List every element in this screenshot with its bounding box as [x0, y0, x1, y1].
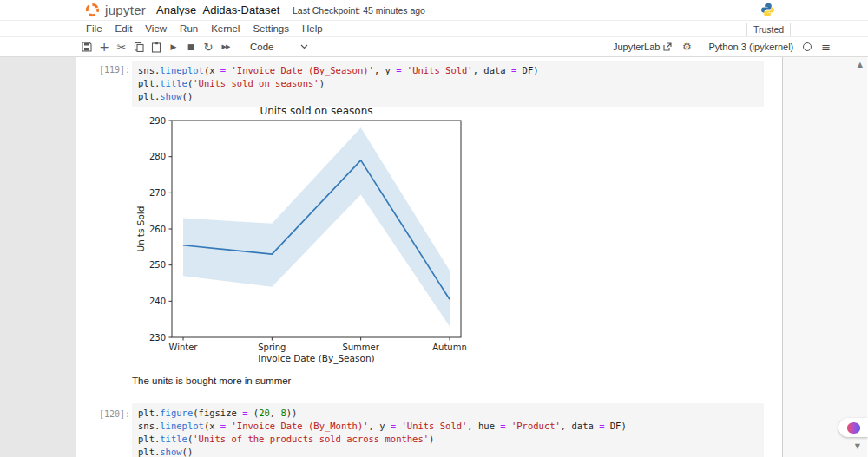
svg-text:270: 270: [149, 188, 166, 198]
menu-help[interactable]: Help: [302, 23, 323, 34]
copy-icon: [134, 42, 144, 52]
main-area: [119]: sns.lineplot(x = 'Invoice Date (B…: [0, 57, 868, 457]
svg-text:Spring: Spring: [258, 343, 286, 352]
svg-text:Autumn: Autumn: [432, 343, 467, 352]
menu-kernel[interactable]: Kernel: [211, 23, 240, 34]
run-cell-button[interactable]: ▶: [165, 39, 182, 55]
insert-cell-button[interactable]: +: [95, 39, 113, 55]
svg-text:280: 280: [149, 152, 166, 161]
svg-text:Units Sold: Units Sold: [135, 206, 146, 252]
svg-text:Summer: Summer: [342, 343, 379, 352]
svg-text:250: 250: [149, 260, 166, 270]
python-logo-icon: [760, 3, 775, 21]
jupyter-notebook-app: jupyter Analyse_Adidas-Dataset Last Chec…: [0, 0, 868, 457]
jupyterlab-link-label: JupyterLab: [613, 42, 660, 52]
jupyter-logo-icon: [84, 2, 101, 18]
cell-119-output-chart: Units sold on seasons2302402502602702802…: [135, 102, 473, 369]
stop-kernel-button[interactable]: ■: [182, 39, 200, 55]
restart-kernel-button[interactable]: ↻: [200, 39, 217, 55]
svg-text:Units sold on seasons: Units sold on seasons: [260, 105, 372, 117]
browser-extension-pill[interactable]: [838, 418, 868, 437]
menu-view[interactable]: View: [145, 23, 167, 34]
svg-text:240: 240: [149, 297, 166, 306]
copy-cell-button[interactable]: [130, 39, 148, 55]
toolbar: + ✂ ▶ ■ ↻ ▶▶ Code JupyterLab: [0, 37, 868, 57]
cut-cell-button[interactable]: ✂: [113, 39, 130, 55]
notebook-title[interactable]: Analyse_Adidas-Dataset: [156, 3, 279, 16]
svg-text:230: 230: [149, 333, 166, 343]
cell-120-prompt: [120]:: [99, 409, 130, 419]
menu-run[interactable]: Run: [180, 23, 198, 34]
svg-text:290: 290: [149, 116, 166, 126]
cell-120-editor[interactable]: plt.figure(figsize = (20, 8))sns.lineplo…: [132, 403, 764, 457]
toolbar-right-group: JupyterLab ⚙ Python 3 (ipykernel) ≡: [613, 37, 831, 56]
paste-icon: [151, 42, 161, 53]
save-button[interactable]: [78, 39, 95, 55]
jupyterlab-link[interactable]: JupyterLab: [613, 42, 672, 52]
markdown-cell[interactable]: The units is bought more in summer: [132, 375, 291, 386]
gear-icon[interactable]: ⚙: [678, 39, 695, 55]
menu-file[interactable]: File: [86, 23, 102, 34]
notebook-menu-icon[interactable]: ≡: [821, 41, 831, 54]
kernel-name-label[interactable]: Python 3 (ipykernel): [708, 42, 793, 52]
svg-text:260: 260: [149, 225, 166, 234]
external-link-icon: [663, 42, 672, 51]
jupyter-wordmark: jupyter: [105, 3, 146, 17]
cell-type-value: Code: [250, 42, 274, 52]
title-bar: jupyter Analyse_Adidas-Dataset Last Chec…: [0, 0, 868, 21]
scroll-up-icon[interactable]: ▲: [858, 61, 863, 69]
scroll-down-icon[interactable]: ▼: [855, 442, 860, 450]
kernel-status-icon[interactable]: [803, 42, 812, 51]
trusted-badge[interactable]: Trusted: [746, 23, 791, 36]
cell-119-prompt: [119]:: [99, 65, 130, 75]
menu-settings[interactable]: Settings: [253, 23, 289, 34]
run-all-button[interactable]: ▶▶: [217, 39, 234, 55]
cell-119-editor[interactable]: sns.lineplot(x = 'Invoice Date (By_Seaso…: [132, 61, 764, 107]
paste-cell-button[interactable]: [148, 39, 165, 55]
menu-edit[interactable]: Edit: [115, 23, 133, 34]
svg-text:Invoice Date (By_Season): Invoice Date (By_Season): [258, 353, 374, 364]
brain-icon: [847, 422, 860, 434]
checkpoint-status: Last Checkpoint: 45 minutes ago: [293, 5, 425, 16]
notebook-panel: [119]: sns.lineplot(x = 'Invoice Date (B…: [76, 57, 783, 457]
jupyter-logo[interactable]: jupyter: [84, 2, 146, 18]
menu-bar: File Edit View Run Kernel Settings Help …: [0, 21, 868, 37]
cell-type-dropdown[interactable]: Code: [250, 42, 308, 52]
right-gutter: ▲ ▼: [783, 57, 867, 457]
left-gutter: [0, 57, 76, 457]
chevron-down-icon: [300, 44, 308, 49]
svg-text:Winter: Winter: [169, 343, 199, 352]
floppy-icon: [82, 42, 92, 52]
